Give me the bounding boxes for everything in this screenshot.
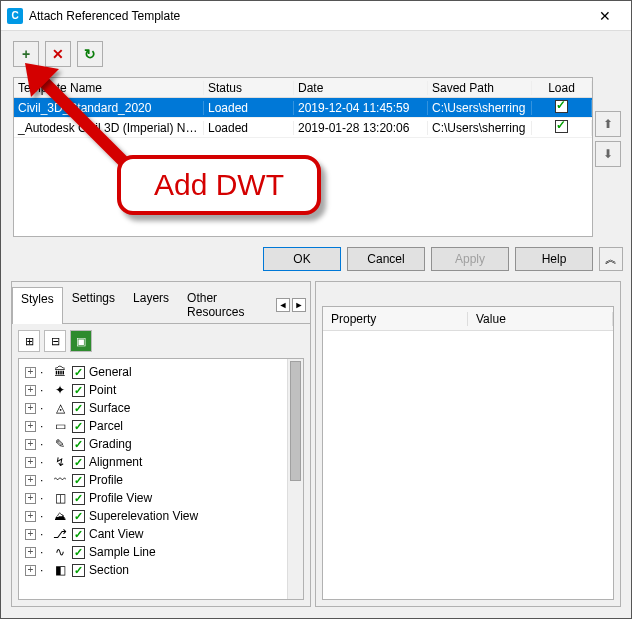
tree-checkbox-icon[interactable]: ✓ <box>72 528 85 541</box>
titlebar: C Attach Referenced Template ✕ <box>1 1 631 31</box>
remove-template-button[interactable]: ✕ <box>45 41 71 67</box>
tree-label: Profile View <box>89 491 152 505</box>
tree-checkbox-icon[interactable]: ✓ <box>72 420 85 433</box>
tree-item[interactable]: +·∿✓Sample Line <box>21 543 301 561</box>
cell-status: Loaded <box>204 121 294 135</box>
category-icon: 〰 <box>52 472 68 488</box>
close-icon[interactable]: ✕ <box>585 2 625 30</box>
expand-icon[interactable]: + <box>25 529 36 540</box>
tree-item[interactable]: +·⎇✓Cant View <box>21 525 301 543</box>
tab-settings[interactable]: Settings <box>63 286 124 323</box>
tree-collapse-button[interactable]: ⊟ <box>44 330 66 352</box>
tree-item[interactable]: +·〰✓Profile <box>21 471 301 489</box>
app-icon: C <box>7 8 23 24</box>
tree-item[interactable]: +·↯✓Alignment <box>21 453 301 471</box>
category-icon: ↯ <box>52 454 68 470</box>
tab-scroll-left-icon[interactable]: ◄ <box>276 298 290 312</box>
table-row[interactable]: Civil_3D_Standard_2020Loaded2019-12-04 1… <box>14 98 592 118</box>
tree-expand-button[interactable]: ⊞ <box>18 330 40 352</box>
tree-checkbox-icon[interactable]: ✓ <box>72 438 85 451</box>
cell-load[interactable] <box>532 120 592 136</box>
category-icon: ✦ <box>52 382 68 398</box>
expand-icon[interactable]: + <box>25 421 36 432</box>
tree-item[interactable]: +·✦✓Point <box>21 381 301 399</box>
tab-styles[interactable]: Styles <box>12 287 63 324</box>
dialog-buttons: OK Cancel Apply Help ︽ <box>1 241 631 281</box>
refresh-button[interactable]: ↻ <box>77 41 103 67</box>
category-icon: 🏛 <box>52 364 68 380</box>
tree-checkbox-icon[interactable]: ✓ <box>72 474 85 487</box>
cancel-button[interactable]: Cancel <box>347 247 425 271</box>
tree-label: Section <box>89 563 129 577</box>
tree-item[interactable]: +·⛰✓Superelevation View <box>21 507 301 525</box>
cell-status: Loaded <box>204 101 294 115</box>
col-header-path[interactable]: Saved Path <box>428 81 532 95</box>
expand-icon[interactable]: + <box>25 511 36 522</box>
tree-label: Grading <box>89 437 132 451</box>
expand-icon[interactable]: + <box>25 439 36 450</box>
table-row[interactable]: _Autodesk Civil 3D (Imperial) NCSLoaded2… <box>14 118 592 138</box>
tree-item[interactable]: +·◧✓Section <box>21 561 301 579</box>
tree-checkbox-icon[interactable]: ✓ <box>72 366 85 379</box>
apply-button[interactable]: Apply <box>431 247 509 271</box>
table-header: Template Name Status Date Saved Path Loa… <box>14 78 592 98</box>
col-header-name[interactable]: Template Name <box>14 81 204 95</box>
tree-scrollbar[interactable] <box>287 359 303 599</box>
tree-checkbox-icon[interactable]: ✓ <box>72 564 85 577</box>
load-checkbox-icon[interactable] <box>555 120 568 133</box>
category-icon: ⎇ <box>52 526 68 542</box>
tree-connector: · <box>40 437 48 451</box>
expand-icon[interactable]: + <box>25 385 36 396</box>
col-header-date[interactable]: Date <box>294 81 428 95</box>
expand-icon[interactable]: + <box>25 547 36 558</box>
tree-connector: · <box>40 527 48 541</box>
category-icon: ✎ <box>52 436 68 452</box>
col-header-status[interactable]: Status <box>204 81 294 95</box>
tree-checkbox-icon[interactable]: ✓ <box>72 384 85 397</box>
tree-label: Parcel <box>89 419 123 433</box>
cell-date: 2019-01-28 13:20:06 <box>294 121 428 135</box>
tree-label: General <box>89 365 132 379</box>
tree-item[interactable]: +·◫✓Profile View <box>21 489 301 507</box>
tree-connector: · <box>40 401 48 415</box>
cell-name: _Autodesk Civil 3D (Imperial) NCS <box>14 121 204 135</box>
tree-connector: · <box>40 419 48 433</box>
tree-checkbox-icon[interactable]: ✓ <box>72 492 85 505</box>
category-icon: ◫ <box>52 490 68 506</box>
style-tree[interactable]: +·🏛✓General+·✦✓Point+·◬✓Surface+·▭✓Parce… <box>18 358 304 600</box>
cell-load[interactable] <box>532 100 592 116</box>
move-down-button[interactable]: ⬇ <box>595 141 621 167</box>
tree-toolbar: ⊞ ⊟ ▣ <box>12 324 310 358</box>
expand-icon[interactable]: + <box>25 403 36 414</box>
add-template-button[interactable]: + <box>13 41 39 67</box>
category-icon: ▭ <box>52 418 68 434</box>
tab-scroll-right-icon[interactable]: ► <box>292 298 306 312</box>
tree-checkall-button[interactable]: ▣ <box>70 330 92 352</box>
help-button[interactable]: Help <box>515 247 593 271</box>
tree-item[interactable]: +·◬✓Surface <box>21 399 301 417</box>
expand-icon[interactable]: + <box>25 493 36 504</box>
tree-checkbox-icon[interactable]: ✓ <box>72 510 85 523</box>
category-icon: ◬ <box>52 400 68 416</box>
collapse-button[interactable]: ︽ <box>599 247 623 271</box>
prop-header-value[interactable]: Value <box>468 312 613 326</box>
tree-item[interactable]: +·✎✓Grading <box>21 435 301 453</box>
tree-checkbox-icon[interactable]: ✓ <box>72 402 85 415</box>
prop-header-property[interactable]: Property <box>323 312 468 326</box>
tree-connector: · <box>40 491 48 505</box>
tab-layers[interactable]: Layers <box>124 286 178 323</box>
tree-checkbox-icon[interactable]: ✓ <box>72 546 85 559</box>
load-checkbox-icon[interactable] <box>555 100 568 113</box>
tree-item[interactable]: +·▭✓Parcel <box>21 417 301 435</box>
expand-icon[interactable]: + <box>25 367 36 378</box>
tree-item[interactable]: +·🏛✓General <box>21 363 301 381</box>
expand-icon[interactable]: + <box>25 565 36 576</box>
tree-checkbox-icon[interactable]: ✓ <box>72 456 85 469</box>
ok-button[interactable]: OK <box>263 247 341 271</box>
expand-icon[interactable]: + <box>25 457 36 468</box>
tree-label: Surface <box>89 401 130 415</box>
col-header-load[interactable]: Load <box>532 81 592 95</box>
tab-other[interactable]: Other Resources <box>178 286 276 323</box>
move-up-button[interactable]: ⬆ <box>595 111 621 137</box>
expand-icon[interactable]: + <box>25 475 36 486</box>
